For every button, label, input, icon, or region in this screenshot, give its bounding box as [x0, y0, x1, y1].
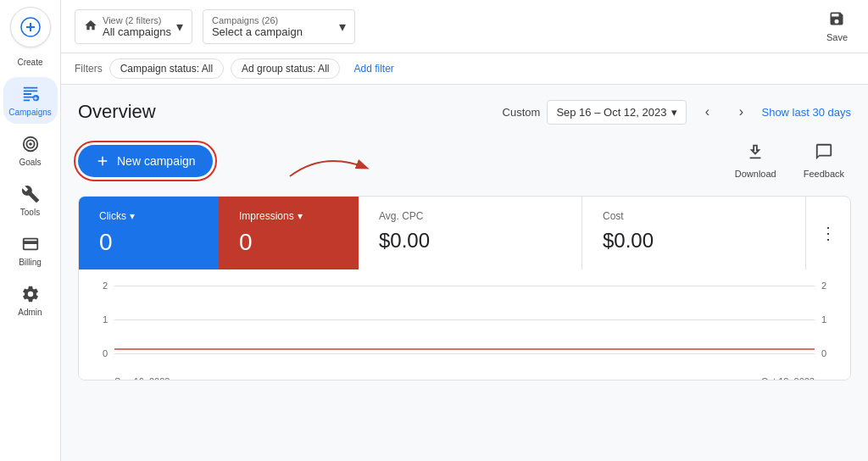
chart-dates: Sep 16, 2023 Oct 12, 2023 [92, 376, 837, 380]
arrow-annotation [281, 142, 383, 188]
metric-impressions: Impressions ▾ 0 [219, 197, 359, 269]
svg-point-3 [32, 95, 38, 101]
create-label: Create [17, 58, 42, 67]
download-label: Download [735, 169, 776, 179]
view-filter-label: View (2 filters) [103, 15, 171, 25]
sidebar-item-campaigns[interactable]: Campaigns [3, 77, 58, 124]
chart-baseline-red [114, 348, 815, 350]
impressions-label: Impressions [239, 210, 294, 222]
save-icon [828, 10, 845, 31]
clicks-value: 0 [99, 229, 198, 256]
sidebar-goals-label: Goals [19, 158, 41, 167]
chart-grid: 2 2 1 1 0 0 [92, 276, 837, 373]
next-date-button[interactable]: › [727, 98, 754, 125]
tools-icon [20, 184, 41, 204]
save-label: Save [826, 32, 848, 42]
goals-icon [20, 134, 41, 154]
y-label-0-right: 0 [821, 348, 837, 358]
action-buttons: Download Feedback [728, 139, 851, 182]
billing-icon [20, 234, 41, 254]
date-controls: Custom Sep 16 – Oct 12, 2023 ▾ ‹ › Show … [503, 98, 851, 125]
home-icon [84, 19, 97, 35]
feedback-button[interactable]: Feedback [797, 139, 851, 182]
sidebar-tools-label: Tools [20, 208, 40, 217]
sidebar-item-billing[interactable]: Billing [3, 227, 58, 274]
main-content: View (2 filters) All campaigns ▾ Campaig… [61, 0, 868, 461]
y-label-2-right: 2 [821, 280, 837, 291]
feedback-icon [815, 142, 833, 165]
sidebar: Create Campaigns Goals Tools [0, 0, 61, 461]
chart-end-date: Oct 12, 2023 [761, 376, 815, 380]
prev-date-button[interactable]: ‹ [693, 98, 721, 125]
metrics-card: Clicks ▾ 0 Impressions ▾ 0 Avg. CPC $ [78, 196, 851, 380]
avg-cpc-value: $0.00 [379, 229, 561, 253]
filters-label: Filters [75, 63, 103, 75]
y-label-1-left: 1 [92, 314, 108, 325]
download-icon [746, 142, 765, 165]
campaign-select[interactable]: Campaigns (26) Select a campaign ▾ [203, 9, 355, 44]
new-campaign-button[interactable]: New campaign [78, 145, 213, 177]
metrics-top: Clicks ▾ 0 Impressions ▾ 0 Avg. CPC $ [79, 197, 850, 269]
create-button[interactable] [10, 7, 51, 47]
metric-cost: Cost $0.00 [582, 197, 806, 269]
clicks-dropdown-icon[interactable]: ▾ [130, 210, 135, 222]
new-campaign-label: New campaign [117, 154, 196, 168]
chart-area: 2 2 1 1 0 0 [79, 269, 850, 380]
plus-icon [20, 17, 41, 37]
action-row: New campaign [78, 139, 851, 182]
view-filter-button[interactable]: View (2 filters) All campaigns ▾ [75, 9, 192, 44]
add-filter-button[interactable]: Add filter [347, 59, 400, 78]
avg-cpc-label: Avg. CPC [379, 210, 561, 222]
metric-avg-cpc: Avg. CPC $0.00 [359, 197, 582, 269]
select-campaign-label: Select a campaign [212, 25, 303, 38]
view-filter-chevron: ▾ [176, 19, 183, 35]
ad-group-status-filter[interactable]: Ad group status: All [231, 58, 340, 79]
sidebar-campaigns-label: Campaigns [8, 108, 52, 117]
y-label-0-left: 0 [92, 348, 108, 358]
save-button[interactable]: Save [820, 7, 854, 46]
chart-start-date: Sep 16, 2023 [114, 376, 170, 380]
custom-label: Custom [503, 106, 541, 119]
sidebar-item-goals[interactable]: Goals [3, 127, 58, 174]
clicks-label: Clicks [99, 210, 126, 222]
overview-header: Overview Custom Sep 16 – Oct 12, 2023 ▾ … [78, 98, 851, 125]
y-label-2-left: 2 [92, 280, 108, 291]
campaign-status-filter[interactable]: Campaign status: All [109, 58, 224, 79]
topbar: View (2 filters) All campaigns ▾ Campaig… [61, 0, 868, 53]
admin-icon [20, 284, 41, 304]
campaigns-count: Campaigns (26) [212, 15, 303, 25]
more-metrics-button[interactable]: ⋮ [806, 197, 850, 269]
sidebar-billing-label: Billing [19, 258, 42, 267]
date-picker-chevron: ▾ [671, 106, 677, 119]
all-campaigns-label: All campaigns [103, 25, 171, 38]
filterbar: Filters Campaign status: All Ad group st… [61, 53, 868, 85]
date-range-label: Sep 16 – Oct 12, 2023 [556, 106, 666, 119]
show-last-button[interactable]: Show last 30 days [761, 106, 851, 119]
metric-clicks: Clicks ▾ 0 [79, 197, 219, 269]
cost-value: $0.00 [603, 229, 785, 253]
feedback-label: Feedback [804, 169, 844, 179]
campaigns-icon [20, 84, 41, 104]
plus-new-campaign-icon [95, 153, 110, 169]
content-area: Overview Custom Sep 16 – Oct 12, 2023 ▾ … [61, 85, 868, 461]
sidebar-admin-label: Admin [18, 308, 42, 317]
download-button[interactable]: Download [728, 139, 783, 182]
impressions-dropdown-icon[interactable]: ▾ [298, 210, 303, 222]
sidebar-item-admin[interactable]: Admin [3, 277, 58, 324]
overview-title: Overview [78, 101, 156, 123]
y-label-1-right: 1 [821, 314, 837, 325]
cost-label: Cost [603, 210, 785, 222]
date-picker[interactable]: Sep 16 – Oct 12, 2023 ▾ [547, 100, 687, 125]
impressions-value: 0 [239, 229, 338, 256]
sidebar-item-tools[interactable]: Tools [3, 177, 58, 224]
campaign-select-chevron: ▾ [339, 19, 346, 35]
